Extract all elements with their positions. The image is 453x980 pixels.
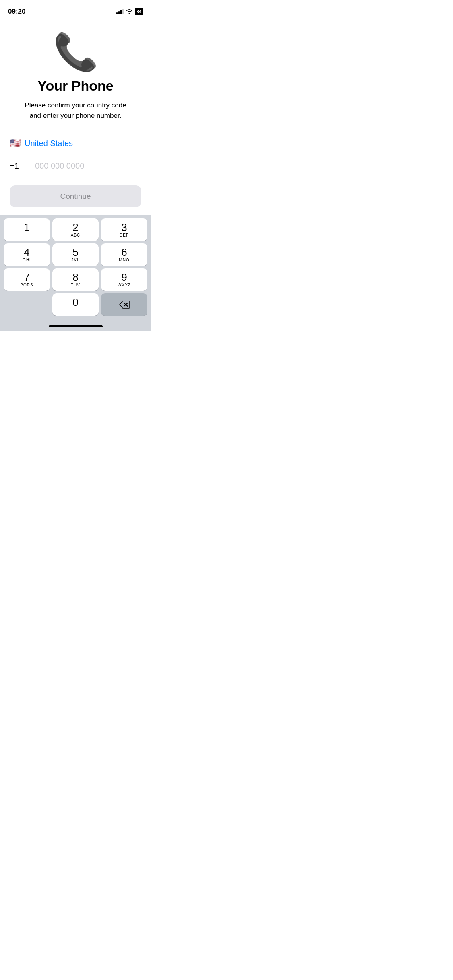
form-section: 🇺🇸 United States +1 Continue	[10, 132, 141, 207]
signal-icon	[116, 9, 124, 14]
country-flag: 🇺🇸	[10, 138, 21, 148]
page-title: Your Phone	[37, 78, 113, 94]
phone-icon: 📞	[53, 34, 98, 70]
page-subtitle: Please confirm your country codeand ente…	[25, 100, 126, 121]
keyboard-row-3: 7 PQRS 8 TUV 9 WXYZ	[2, 268, 149, 291]
wifi-icon	[126, 9, 132, 14]
country-name: United States	[25, 139, 73, 148]
key-1[interactable]: 1	[4, 218, 50, 241]
battery-icon: 84	[135, 8, 143, 15]
home-bar	[49, 325, 103, 327]
key-delete[interactable]	[101, 293, 147, 316]
key-empty	[4, 293, 50, 316]
country-code: +1	[10, 161, 30, 171]
phone-input-row: +1	[10, 154, 141, 177]
continue-button[interactable]: Continue	[10, 185, 141, 207]
delete-icon	[118, 300, 130, 309]
key-9[interactable]: 9 WXYZ	[101, 268, 147, 291]
key-4[interactable]: 4 GHI	[4, 243, 50, 266]
key-2[interactable]: 2 ABC	[52, 218, 99, 241]
keyboard-row-1: 1 2 ABC 3 DEF	[2, 218, 149, 241]
keyboard: 1 2 ABC 3 DEF 4 GHI 5 JKL 6 MNO 7 PQRS	[0, 215, 151, 321]
phone-number-input[interactable]	[35, 161, 141, 171]
status-bar: 09:20 84	[0, 0, 151, 18]
key-8[interactable]: 8 TUV	[52, 268, 99, 291]
status-time: 09:20	[8, 8, 25, 16]
key-5[interactable]: 5 JKL	[52, 243, 99, 266]
key-0[interactable]: 0	[52, 293, 99, 316]
key-7[interactable]: 7 PQRS	[4, 268, 50, 291]
home-indicator	[0, 321, 151, 331]
main-content: 📞 Your Phone Please confirm your country…	[0, 18, 151, 207]
keyboard-row-2: 4 GHI 5 JKL 6 MNO	[2, 243, 149, 266]
input-divider	[30, 160, 30, 171]
keyboard-row-4: 0	[2, 293, 149, 316]
status-icons: 84	[116, 8, 143, 15]
key-3[interactable]: 3 DEF	[101, 218, 147, 241]
country-selector[interactable]: 🇺🇸 United States	[10, 132, 141, 154]
key-6[interactable]: 6 MNO	[101, 243, 147, 266]
